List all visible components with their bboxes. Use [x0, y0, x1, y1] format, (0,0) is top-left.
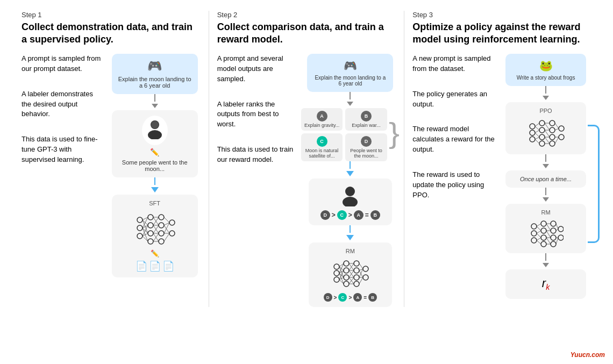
- arrow-head-4: [346, 171, 354, 176]
- svg-point-92: [550, 134, 555, 140]
- joystick-icon: 🎮: [147, 59, 162, 73]
- main-container: Step 1 Collect demonstration data, and t…: [0, 0, 613, 318]
- svg-point-55: [363, 266, 368, 272]
- arrow-head-6: [543, 96, 549, 100]
- arrow-stem-9: [545, 253, 546, 261]
- output-c-text: Moon is natural satellite of...: [303, 148, 341, 159]
- svg-point-10: [159, 215, 164, 220]
- svg-line-25: [142, 236, 148, 241]
- svg-point-116: [541, 221, 546, 226]
- svg-point-52: [354, 268, 359, 273]
- svg-point-54: [354, 281, 359, 287]
- step-3-text-col: A new prompt is sampled from the dataset…: [412, 54, 495, 307]
- step-1-desc-1: A prompt is sampled from our prompt data…: [22, 54, 104, 74]
- svg-line-39: [164, 223, 169, 233]
- svg-point-123: [551, 241, 556, 247]
- sft-network-icon: [133, 209, 176, 247]
- svg-line-127: [537, 226, 541, 231]
- arrow-head-1: [152, 104, 158, 108]
- svg-point-5: [137, 233, 142, 239]
- ppo-network-icon: [527, 117, 565, 149]
- svg-point-122: [551, 235, 556, 240]
- svg-point-51: [354, 261, 359, 266]
- svg-line-106: [545, 123, 550, 130]
- arrow-stem-blue-1: [154, 177, 155, 185]
- svg-point-115: [531, 238, 537, 243]
- arrow-head-blue-1: [151, 187, 159, 192]
- svg-point-85: [530, 137, 535, 142]
- labeler-person-icon: [339, 184, 361, 206]
- arrow-head-8: [543, 197, 549, 202]
- rank-c2: C: [338, 293, 347, 302]
- step-1-output-text: Some people went to the moon...: [118, 159, 191, 172]
- step-2-diagram: 🎮 Explain the moon landing to a 6 year o…: [304, 54, 396, 307]
- svg-point-49: [344, 275, 349, 280]
- step-3-output-text: Once upon a time...: [520, 176, 572, 182]
- step-3-desc-4: The reward is used to update the policy …: [412, 170, 495, 201]
- output-a-text: Explain gravity...: [304, 123, 339, 128]
- step-3-content: A new prompt is sampled from the dataset…: [412, 54, 591, 307]
- svg-point-3: [137, 217, 142, 223]
- curly-brace-icon: }: [389, 119, 400, 148]
- step-3-prompt-text: Write a story about frogs: [517, 75, 575, 81]
- svg-line-101: [535, 139, 539, 144]
- arrow-9: [543, 253, 549, 269]
- arrow-7-container: [505, 154, 586, 170]
- step-1-desc-2: A labeler demonstrates the desired outpu…: [22, 89, 104, 120]
- svg-line-129: [537, 233, 541, 238]
- step-2-rm-box: RM: [309, 242, 392, 307]
- frog-icon: 🐸: [539, 59, 553, 72]
- step-1-label: Step 1: [22, 11, 201, 19]
- arrow-stem-5: [350, 225, 351, 233]
- svg-point-89: [539, 141, 545, 146]
- svg-point-47: [344, 261, 349, 266]
- step-2-desc-3: This data is used to train our reward mo…: [217, 145, 300, 165]
- svg-point-48: [344, 268, 349, 273]
- svg-point-46: [334, 277, 339, 282]
- step-2-output-grid: A Explain gravity... B Explain war... C …: [301, 108, 387, 161]
- svg-line-66: [339, 280, 344, 284]
- docs-icon: 📄📄📄: [136, 260, 174, 272]
- svg-line-128: [537, 231, 541, 233]
- arrow-4: [346, 161, 354, 179]
- svg-line-100: [535, 137, 539, 139]
- output-cell-a: A Explain gravity...: [301, 108, 343, 131]
- svg-point-94: [559, 126, 564, 131]
- svg-point-56: [363, 275, 368, 280]
- svg-point-113: [531, 224, 537, 229]
- svg-point-88: [539, 134, 545, 140]
- svg-point-83: [530, 124, 535, 129]
- pencil-icon-2: ✏️: [151, 249, 159, 258]
- rank-a2: A: [353, 293, 362, 302]
- arrow-stem-7: [545, 154, 546, 162]
- output-grid-container: A Explain gravity... B Explain war... C …: [301, 108, 400, 161]
- svg-line-131: [537, 240, 541, 244]
- svg-point-42: [345, 187, 355, 196]
- step-3-diagram: 🐸 Write a story about frogs PPO: [500, 54, 591, 307]
- watermark: Yuucn.com: [571, 351, 605, 359]
- step-1-column: Step 1 Collect demonstration data, and t…: [16, 11, 206, 307]
- step-2-column: Step 2 Collect comparison data, and trai…: [212, 11, 402, 307]
- svg-point-120: [551, 221, 556, 226]
- step-2-desc-2: A labeler ranks the outputs from best to…: [217, 99, 300, 130]
- svg-line-98: [535, 130, 539, 133]
- svg-point-44: [334, 264, 339, 269]
- joystick-icon-2: 🎮: [344, 59, 357, 72]
- rank-c: C: [337, 210, 347, 220]
- svg-point-95: [559, 134, 564, 140]
- svg-point-117: [541, 228, 546, 233]
- step-3-ppo-box: PPO: [505, 102, 586, 154]
- svg-point-50: [344, 281, 349, 287]
- step-3-output-box: Once upon a time...: [505, 170, 586, 188]
- svg-point-125: [558, 235, 564, 240]
- output-cell-c: C Moon is natural satellite of...: [301, 133, 343, 161]
- output-cell-d: D People went to the moon...: [345, 133, 387, 161]
- svg-line-109: [555, 123, 559, 129]
- arrow-head-9: [543, 263, 549, 267]
- arrow-stem-8: [545, 188, 546, 195]
- rank-d2: D: [324, 293, 332, 302]
- step-3-desc-3: The reward model calculates a reward for…: [412, 124, 495, 155]
- step-3-desc-2: The policy generates an output.: [412, 89, 495, 110]
- svg-line-130: [537, 238, 541, 240]
- rank-b: B: [370, 210, 380, 220]
